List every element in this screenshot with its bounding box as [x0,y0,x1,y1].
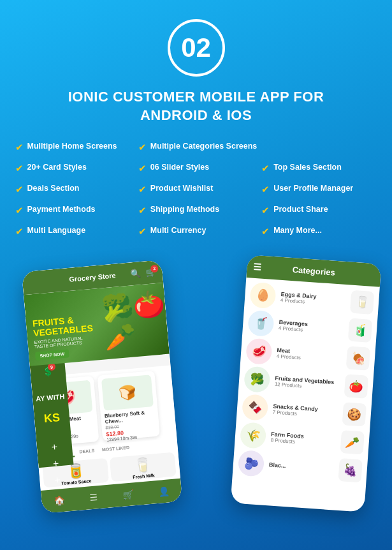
gs-product-2[interactable]: 🍞 Blueberry Soft & Chew... $18.00 $12.80… [97,370,160,441]
gs-bot-name-2: Fresh Milk [133,473,155,479]
cat-info-bev: Beverages 4 Products [279,319,344,336]
gs-bot-product-2[interactable]: 🥛 Fresh Milk [110,452,177,482]
cat-right-bev: 🧃 [348,318,372,343]
feature-text-4: 20+ Card Styles [27,162,87,172]
cat-right-fv: 🍅 [344,374,368,398]
check-icon-13: ✔ [15,226,24,237]
cat-right-blac: 🍇 [338,458,362,482]
cat-name-blac: Blac... [269,461,334,472]
gs-ks-label: KS [43,411,61,426]
gs-tab-categories[interactable]: ☰ [89,492,98,503]
phones-area: Grocery Store 🔍 🛒2 ☰ 🌐 [0,253,392,521]
feature-text-2: Multiple Categories Screens [150,141,257,151]
feature-item-1: ✔ Mulltiple Home Screens [11,138,134,156]
gs-store-name: Grocery Store [69,272,116,283]
feature-text-7: Deals Section [27,183,80,193]
feature-item-12: ✔ Product Share [258,202,381,219]
feature-item-2: ✔ Multiple Categories Screens [134,138,381,156]
gs-product-img-2: 🍞 [101,375,154,411]
gs-tab-home[interactable]: 🏠 [54,495,65,506]
cat-info-blac: Blac... [269,461,334,472]
feature-item-9: ✔ User Profile Manager [258,181,381,198]
cat-info-fv: Fruits and Vegetables 12 Products [275,375,340,391]
phone-left: Grocery Store 🔍 🛒2 ☰ 🌐 [22,260,182,514]
gs-header-icons: 🔍 🛒2 [130,267,156,279]
gs-banner-text: FRUITS &VEGETABLES EXOTIC AND NATURALTAS… [25,308,102,366]
cat-right-eggs: 🥛 [350,290,374,315]
check-icon-5: ✔ [138,163,147,174]
cat-info-eggs: Eggs & Dairy 4 Products [280,291,346,308]
cat-title: Categories [292,265,335,278]
phone-left-inner: Grocery Store 🔍 🛒2 ☰ 🌐 [22,260,182,514]
badge-circle: 02 [168,19,225,77]
cat-img-bev: 🥤 [247,310,275,338]
feature-item-8: ✔ Product Wishlist [134,181,258,198]
feature-text-5: 06 Slider Styles [150,162,209,172]
gs-tab-cart[interactable]: 🛒 [122,489,134,500]
feature-text-1: Mulltiple Home Screens [27,141,117,151]
cat-img-meat: 🥩 [245,338,273,366]
cat-list: 🥚 Eggs & Dairy 4 Products 🥛 🥤 Beverages … [232,278,380,489]
gs-main-area: ☰ 🌐 💲 9 AY WITH KS + + [24,283,180,491]
check-icon-12: ✔ [261,205,270,216]
check-icon-2: ✔ [138,142,147,153]
feature-text-14: Multi Currency [150,225,207,235]
check-icon-7: ✔ [15,184,24,195]
feature-text-12: Product Share [273,204,328,214]
gs-tab-profile[interactable]: 👤 [158,486,170,497]
gs-pay-label: AY WITH [36,392,65,403]
cat-right-snacks: 🍪 [342,402,367,426]
check-icon-10: ✔ [15,205,24,216]
gs-banner: 🥦🍅🥕 FRUITS &VEGETABLES EXOTIC AND NATURA… [24,283,170,366]
feature-text-8: Product Wishlist [150,183,214,193]
phone-right: ☰ Categories 🥚 Eggs & Dairy 4 Products 🥛… [231,255,382,512]
gs-bot-name-1: Tomato Sauce [61,479,92,486]
cart-icon[interactable]: 🛒2 [145,267,156,278]
cat-info-farm: Farm Foods 8 Products [270,431,336,447]
feature-item-7: ✔ Deals Section [11,181,134,198]
cat-item-blac[interactable]: 🫐 Blac... 🍇 [238,450,363,484]
gs-plus-1[interactable]: + [51,442,58,454]
check-icon-1: ✔ [15,142,24,153]
gs-banner-emoji: 🥦🍅🥕 [100,283,170,359]
cat-img-fv: 🥦 [243,366,271,393]
cat-right-farm: 🥕 [340,430,365,454]
gs-plus-2[interactable]: + [52,458,59,470]
cat-right-meat: 🍖 [346,346,370,371]
gs-bot-img-2: 🥛 [133,457,152,475]
feature-item-5: ✔ 06 Slider Styles [134,160,258,177]
gs-plus-3[interactable]: + [54,474,61,486]
main-title: IONIC CUSTOMER MOBILE APP FOR ANDROID & … [68,88,324,124]
cat-img-snacks: 🍫 [242,394,269,421]
cat-info-meat: Meat 4 Products [277,346,342,363]
check-icon-4: ✔ [15,163,24,174]
page-container: 02 IONIC CUSTOMER MOBILE APP FOR ANDROID… [0,0,392,550]
feature-item-10: ✔ Payment Methods [11,202,134,219]
feature-item-4: ✔ 20+ Card Styles [11,160,134,177]
check-icon-11: ✔ [138,205,147,216]
feature-item-13: ✔ Multi Language [11,223,134,240]
search-icon[interactable]: 🔍 [130,269,141,279]
feature-text-15: Many More... [273,225,322,235]
check-icon-8: ✔ [138,184,147,195]
feature-text-10: Payment Methods [27,204,96,214]
feature-item-15: ✔ Many More... [258,223,381,240]
check-icon-14: ✔ [138,226,147,237]
gs-dollar-icon[interactable]: 💲 9 [42,366,54,378]
feature-text-13: Multi Language [27,225,86,235]
cat-img-eggs: 🥚 [249,282,277,309]
check-icon-9: ✔ [261,184,270,195]
check-icon-15: ✔ [261,226,270,237]
gs-shop-now-btn[interactable]: SHOP NOW [35,349,69,360]
feature-text-9: User Profile Manager [273,183,353,193]
feature-item-14: ✔ Multi Currency [134,223,258,240]
cat-img-blac: 🫐 [238,450,265,477]
cat-menu-icon[interactable]: ☰ [253,262,262,272]
check-icon-6: ✔ [261,163,270,174]
gs-bot-img-1: 🥫 [66,463,85,480]
feature-item-11: ✔ Shipping Methods [134,202,258,219]
features-grid: ✔ Mulltiple Home Screens ✔ Multiple Cate… [11,138,381,240]
badge-number: 02 [181,33,211,63]
cat-info-snacks: Snacks & Candy 7 Products [272,403,338,419]
gs-deals-label: DEALS [76,447,98,457]
